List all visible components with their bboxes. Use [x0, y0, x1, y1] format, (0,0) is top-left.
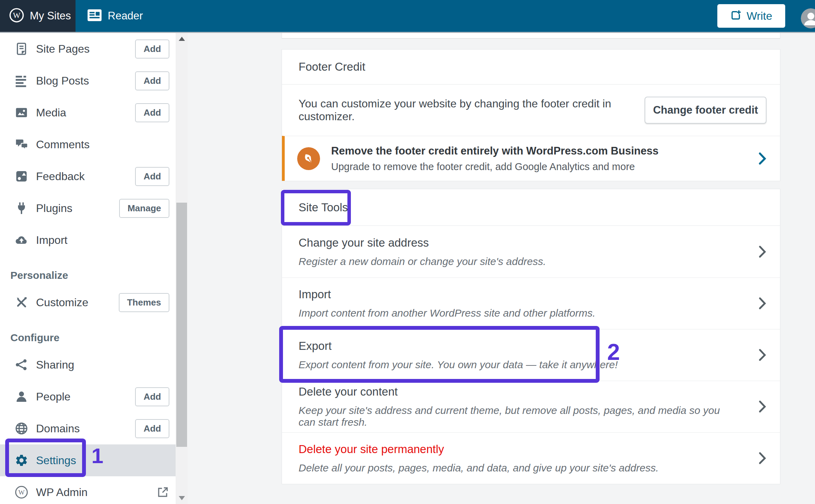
reader-menu[interactable]: Reader — [87, 9, 143, 23]
site-tools-title: Site Tools — [299, 201, 348, 214]
external-link-icon — [156, 486, 169, 499]
sidebar-item-feedback[interactable]: Feedback Add — [0, 160, 176, 192]
pages-icon — [14, 41, 29, 56]
sidebar-item-domains[interactable]: Domains Add — [0, 413, 176, 444]
site-tools-header: Site Tools — [282, 189, 780, 226]
write-label: Write — [746, 10, 772, 23]
row-import[interactable]: Import Import content from another WordP… — [282, 277, 780, 329]
row-title: Export — [299, 339, 728, 353]
footer-credit-body: You can customize your website by changi… — [282, 85, 780, 136]
add-domain-button[interactable]: Add — [135, 419, 169, 438]
sidebar-item-label: Domains — [36, 422, 80, 435]
pen-nib-icon — [297, 147, 320, 170]
row-description: Import content from another WordPress si… — [299, 307, 728, 319]
sidebar-item-label: WP Admin — [36, 486, 88, 499]
chevron-right-icon — [759, 245, 766, 259]
scroll-up-button[interactable] — [176, 33, 188, 45]
posts-icon — [14, 73, 29, 88]
user-avatar[interactable] — [801, 8, 815, 28]
sidebar-item-plugins[interactable]: Plugins Manage — [0, 192, 176, 224]
feedback-icon — [14, 169, 29, 184]
banner-text: Remove the footer credit entirely with W… — [331, 145, 658, 173]
triangle-down-icon — [179, 496, 185, 500]
business-upsell-banner[interactable]: Remove the footer credit entirely with W… — [282, 136, 780, 181]
svg-text:W: W — [13, 11, 20, 20]
row-title: Delete your content — [299, 385, 728, 398]
footer-credit-card: Footer Credit You can customize your web… — [282, 49, 780, 181]
row-delete-site-permanently[interactable]: Delete your site permanently Delete all … — [282, 432, 780, 484]
new-post-icon — [730, 9, 742, 23]
svg-text:W: W — [18, 489, 25, 496]
customize-icon — [14, 295, 29, 310]
sidebar-item-label: Comments — [36, 138, 90, 151]
row-title: Change your site address — [299, 236, 728, 249]
scroll-down-button[interactable] — [176, 492, 188, 504]
manage-plugins-button[interactable]: Manage — [119, 199, 169, 218]
row-description: Keep your site's address and current the… — [299, 405, 728, 428]
comments-icon — [14, 137, 29, 152]
sidebar-item-blog-posts[interactable]: Blog Posts Add — [0, 65, 176, 97]
row-description: Delete all your posts, pages, media, and… — [299, 462, 728, 474]
row-description: Export content from your site. You own y… — [299, 359, 728, 371]
add-page-button[interactable]: Add — [135, 39, 169, 59]
chevron-right-icon — [759, 400, 766, 414]
chevron-right-icon — [759, 297, 766, 310]
row-description: Register a new domain or change your sit… — [299, 256, 728, 267]
chevron-right-icon — [759, 451, 766, 465]
footer-credit-description: You can customize your website by changi… — [299, 97, 645, 123]
triangle-up-icon — [179, 37, 185, 41]
row-delete-content[interactable]: Delete your content Keep your site's add… — [282, 381, 780, 432]
previous-card-bottom-edge — [282, 33, 780, 39]
row-change-site-address[interactable]: Change your site address Register a new … — [282, 226, 780, 277]
footer-credit-title: Footer Credit — [299, 60, 365, 73]
import-cloud-icon — [14, 232, 29, 248]
sidebar-scrollbar[interactable] — [176, 33, 188, 504]
change-footer-credit-button[interactable]: Change footer credit — [645, 97, 767, 124]
sidebar-item-label: Sharing — [36, 359, 74, 371]
sidebar-item-label: People — [36, 390, 71, 403]
add-people-button[interactable]: Add — [135, 387, 169, 406]
sidebar-item-wp-admin[interactable]: W WP Admin — [0, 476, 176, 504]
banner-title: Remove the footer credit entirely with W… — [331, 145, 658, 157]
my-sites-menu[interactable]: W My Sites — [0, 0, 76, 32]
sidebar-item-sharing[interactable]: Sharing — [0, 349, 176, 381]
plugins-icon — [14, 201, 29, 216]
sidebar-item-customize[interactable]: Customize Themes — [0, 286, 176, 318]
sidebar-item-settings[interactable]: Settings — [0, 444, 176, 476]
wordpress-logo-icon: W — [9, 8, 24, 24]
sidebar-section-configure: Configure — [0, 327, 176, 349]
domains-globe-icon — [14, 421, 29, 436]
sharing-icon — [14, 357, 29, 372]
sidebar-item-site-pages[interactable]: Site Pages Add — [0, 33, 176, 65]
sidebar-item-media[interactable]: Media Add — [0, 97, 176, 129]
themes-button[interactable]: Themes — [119, 293, 169, 312]
sidebar-item-people[interactable]: People Add — [0, 381, 176, 413]
banner-subtitle: Upgrade to remove the footer credit, add… — [331, 161, 658, 173]
sidebar-item-label: Import — [36, 234, 68, 247]
reader-icon — [87, 9, 102, 23]
sidebar-item-label: Blog Posts — [36, 74, 89, 87]
sidebar-item-label: Settings — [36, 454, 76, 467]
sidebar-section-personalize: Personalize — [0, 264, 176, 286]
add-media-button[interactable]: Add — [135, 103, 169, 122]
add-post-button[interactable]: Add — [135, 71, 169, 90]
screen: W My Sites Reader Write Site Pages A — [0, 0, 815, 504]
write-button[interactable]: Write — [717, 4, 785, 28]
masterbar: W My Sites Reader Write — [0, 0, 815, 33]
sidebar-item-label: Plugins — [36, 202, 72, 215]
add-feedback-button[interactable]: Add — [135, 167, 169, 186]
row-export[interactable]: Export Export content from your site. Yo… — [282, 329, 780, 381]
site-tools-card: Site Tools Change your site address Regi… — [282, 189, 780, 484]
sidebar-item-label: Feedback — [36, 170, 85, 183]
footer-credit-header: Footer Credit — [282, 50, 780, 85]
sidebar-item-import[interactable]: Import — [0, 224, 176, 256]
site-sidebar: Site Pages Add Blog Posts Add Media Add … — [0, 33, 176, 504]
scrollbar-thumb[interactable] — [176, 203, 187, 447]
reader-label: Reader — [108, 10, 143, 22]
sidebar-item-comments[interactable]: Comments — [0, 129, 176, 160]
chevron-right-icon — [759, 152, 766, 166]
wordpress-outline-icon: W — [14, 485, 29, 500]
people-icon — [14, 389, 29, 404]
settings-gear-icon — [14, 453, 29, 468]
main-content: Footer Credit You can customize your web… — [188, 33, 815, 504]
